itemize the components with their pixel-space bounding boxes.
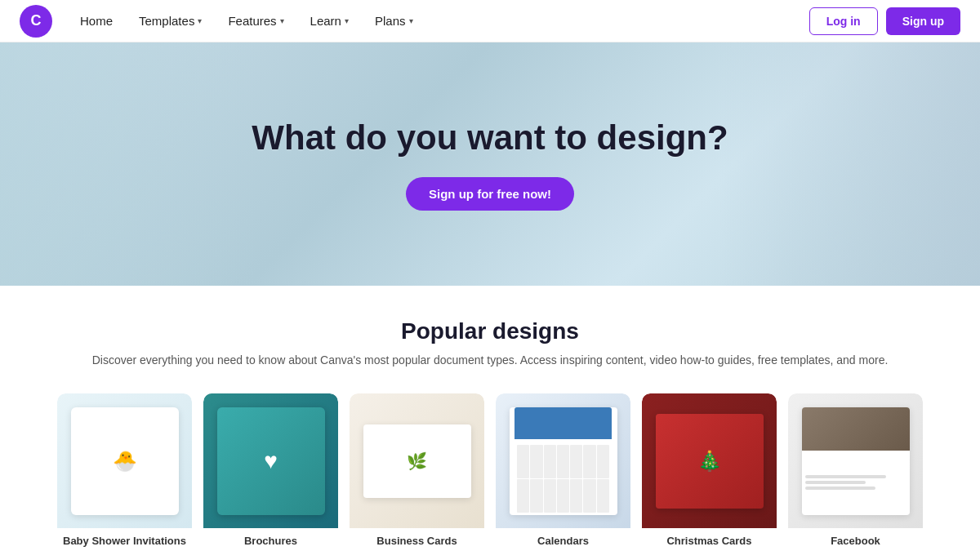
hero-cta-button[interactable]: Sign up for free now! [406, 177, 574, 211]
mock-business-cards [363, 424, 471, 499]
card-image-brochures [203, 393, 338, 528]
cal-cell [570, 479, 582, 513]
fb-body [802, 451, 910, 515]
mock-calendars [510, 407, 617, 515]
design-card-calendars[interactable]: Calendars [496, 393, 630, 550]
card-label-business-cards: Business Cards [350, 528, 484, 550]
nav-plans[interactable]: Plans ▾ [363, 9, 425, 33]
navbar: C Home Templates ▾ Features ▾ Learn ▾ Pl… [0, 0, 980, 42]
design-card-business-cards[interactable]: Business Cards [350, 393, 484, 550]
fb-header [802, 407, 910, 451]
card-image-christmas-cards [642, 393, 777, 528]
chevron-down-icon: ▾ [409, 16, 413, 25]
canva-logo[interactable]: C [20, 5, 52, 38]
design-card-facebook[interactable]: Facebook [788, 393, 923, 550]
login-button[interactable]: Log in [809, 7, 878, 35]
card-label-christmas-cards: Christmas Cards [642, 528, 777, 550]
card-image-baby-shower [57, 393, 192, 528]
card-label-brochures: Brochures [203, 528, 338, 550]
design-card-baby-shower[interactable]: Baby Shower Invitations [57, 393, 192, 550]
designs-grid-row1: Baby Shower Invitations Brochures Busine… [57, 393, 923, 550]
card-image-facebook [788, 393, 923, 528]
cal-cell [583, 445, 595, 478]
mock-brochures [217, 407, 325, 515]
chevron-down-icon: ▾ [198, 16, 202, 25]
fb-line [805, 481, 866, 484]
card-label-baby-shower: Baby Shower Invitations [57, 528, 192, 550]
cal-cell [544, 479, 556, 513]
mock-christmas-cards [656, 414, 764, 509]
cal-header [514, 407, 612, 440]
card-label-facebook: Facebook [788, 528, 923, 550]
section-title: Popular designs [57, 318, 923, 344]
fb-line [805, 475, 886, 478]
hero-deco-left [0, 42, 261, 286]
cal-cell [557, 445, 569, 478]
card-image-calendars [496, 393, 630, 528]
section-subtitle: Discover everything you need to know abo… [57, 351, 923, 369]
nav-templates[interactable]: Templates ▾ [127, 9, 213, 33]
nav-links: Home Templates ▾ Features ▾ Learn ▾ Plan… [69, 9, 809, 33]
cal-cell [530, 479, 542, 513]
chevron-down-icon: ▾ [345, 16, 349, 25]
hero-deco-right [719, 42, 980, 286]
cal-cell [544, 445, 556, 478]
cal-body [514, 442, 612, 514]
hero-section: What do you want to design? Sign up for … [0, 42, 980, 286]
design-card-brochures[interactable]: Brochures [203, 393, 338, 550]
cal-cell [517, 479, 529, 513]
logo-text: C [31, 12, 42, 29]
cal-cell [570, 445, 582, 478]
cal-cell [517, 445, 529, 478]
card-label-calendars: Calendars [496, 528, 630, 550]
cal-cell [597, 445, 609, 478]
mock-baby-shower [71, 407, 179, 515]
nav-learn[interactable]: Learn ▾ [299, 9, 360, 33]
cal-cell [597, 479, 609, 513]
popular-section: Popular designs Discover everything you … [0, 286, 980, 551]
design-card-christmas-cards[interactable]: Christmas Cards [642, 393, 777, 550]
cal-cell [583, 479, 595, 513]
card-image-business-cards [350, 393, 484, 528]
fb-line [805, 487, 876, 490]
hero-content: What do you want to design? Sign up for … [252, 118, 728, 211]
cal-cell [557, 479, 569, 513]
nav-features[interactable]: Features ▾ [216, 9, 295, 33]
nav-home[interactable]: Home [69, 9, 124, 33]
mock-facebook [802, 407, 910, 515]
cal-cell [530, 445, 542, 478]
chevron-down-icon: ▾ [280, 16, 284, 25]
nav-auth: Log in Sign up [809, 7, 960, 35]
hero-title: What do you want to design? [252, 118, 728, 158]
signup-button[interactable]: Sign up [886, 7, 960, 35]
